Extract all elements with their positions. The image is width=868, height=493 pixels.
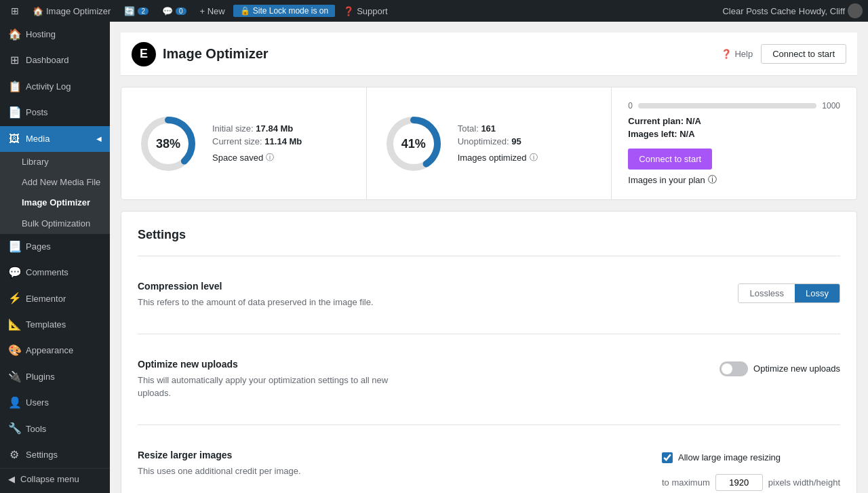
- optimize-uploads-control: Optimize new uploads: [719, 361, 840, 376]
- lossy-button[interactable]: Lossy: [795, 284, 840, 302]
- collapse-icon: ◀: [8, 474, 15, 484]
- space-saved-donut: 38%: [138, 113, 199, 174]
- compression-buttons: Lossless Lossy: [738, 283, 840, 303]
- sidebar-item-pages[interactable]: 📃 Pages: [0, 234, 110, 260]
- page-header: E Image Optimizer ❓ Help Connect to star…: [121, 33, 857, 76]
- site-name-item[interactable]: 🏠 Image Optimizer: [27, 0, 116, 22]
- hosting-icon: 🏠: [8, 27, 20, 42]
- images-optimized-card: 41% Total: 161 Unoptimized: 95 Images op…: [367, 87, 612, 199]
- sidebar-item-appearance[interactable]: 🎨 Appearance: [0, 338, 110, 363]
- images-optimized-caption: Images optimized ⓘ: [458, 152, 595, 163]
- support-item[interactable]: ❓ Support: [338, 0, 393, 22]
- max-pixels-row: to maximum pixels width/height: [662, 474, 840, 491]
- pages-icon: 📃: [8, 239, 20, 254]
- sidebar-item-tools-label: Tools: [26, 423, 46, 435]
- main-content: E Image Optimizer ❓ Help Connect to star…: [110, 22, 868, 493]
- connect-plan-button[interactable]: Connect to start: [628, 149, 712, 170]
- total-val: 161: [481, 123, 496, 134]
- connect-header-button[interactable]: Connect to start: [761, 44, 846, 64]
- layout: 🏠 Hosting ⊞ Dashboard 📋 Activity Log 📄 P…: [0, 22, 868, 493]
- sidebar-item-media[interactable]: 🖼 Media ◀: [0, 126, 110, 152]
- sidebar-item-settings-label: Settings: [26, 449, 58, 461]
- site-lock-button[interactable]: 🔒 Site Lock mode is on: [233, 5, 335, 17]
- resize-images-row: Resize larger images This uses one addit…: [138, 439, 840, 494]
- updates-item[interactable]: 🔄 2: [119, 0, 154, 22]
- sidebar-sub-bulk-optimization[interactable]: Bulk Optimization: [0, 214, 110, 234]
- initial-size-val: 17.84 Mb: [256, 123, 293, 134]
- sidebar-item-templates-label: Templates: [26, 319, 66, 331]
- total-label: Total: 161: [458, 123, 595, 134]
- wp-icon: ⊞: [11, 5, 19, 16]
- optimize-uploads-toggle-label: Optimize new uploads: [753, 363, 840, 374]
- settings-divider-1: [138, 256, 840, 256]
- plan-progress-bar: [638, 103, 816, 109]
- collapse-menu[interactable]: ◀ Collapse menu: [0, 468, 110, 490]
- max-pixels-input[interactable]: [715, 474, 763, 491]
- users-icon: 👤: [8, 395, 20, 410]
- resize-images-description: This uses one additional credit per imag…: [138, 465, 301, 478]
- templates-icon: 📐: [8, 317, 20, 332]
- plan-card: 0 1000 Current plan: N/A Images left: N/…: [612, 87, 856, 199]
- help-button[interactable]: ❓ Help: [721, 49, 753, 59]
- comments-sidebar-icon: 💬: [8, 265, 20, 280]
- plan-progress-row: 0 1000: [628, 101, 840, 111]
- bulk-optimization-label: Bulk Optimization: [22, 218, 90, 230]
- sidebar-item-tools[interactable]: 🔧 Tools: [0, 416, 110, 441]
- dashboard-icon: ⊞: [8, 53, 20, 68]
- sidebar-item-templates[interactable]: 📐 Templates: [0, 312, 110, 338]
- images-optimized-donut: 41%: [383, 113, 444, 174]
- page-header-left: E Image Optimizer: [132, 42, 269, 66]
- current-plan-val: N/A: [686, 116, 701, 126]
- sidebar-sub-add-new[interactable]: Add New Media File: [0, 172, 110, 193]
- posts-icon: 📄: [8, 105, 20, 120]
- compression-label: Compression level This refers to the amo…: [138, 281, 374, 309]
- site-name: Image Optimizer: [46, 6, 111, 16]
- sidebar-item-hosting[interactable]: 🏠 Hosting: [0, 22, 110, 47]
- plan-info-icon: ⓘ: [708, 174, 717, 186]
- sidebar-item-users[interactable]: 👤 Users: [0, 390, 110, 416]
- updates-icon: 🔄: [124, 6, 135, 16]
- space-saved-card: 38% Initial size: 17.84 Mb Current size:…: [121, 87, 367, 199]
- sidebar-item-elementor[interactable]: ⚡ Elementor: [0, 285, 110, 311]
- optimize-uploads-toggle[interactable]: [719, 361, 748, 376]
- resize-checkbox[interactable]: [662, 452, 673, 463]
- help-icon: ❓: [721, 49, 732, 59]
- optimize-uploads-row: Optimize new uploads This will automatic…: [138, 348, 840, 411]
- sidebar-item-elementor-label: Elementor: [26, 293, 66, 305]
- sidebar-item-plugins[interactable]: 🔌 Plugins: [0, 364, 110, 390]
- sidebar-sub-image-optimizer[interactable]: Image Optimizer: [0, 193, 110, 213]
- howdy-text: Howdy, Cliff: [799, 6, 845, 16]
- unoptimized-label: Unoptimized: 95: [458, 136, 595, 146]
- lock-icon: 🔒: [240, 6, 250, 16]
- sidebar-item-activity-log[interactable]: 📋 Activity Log: [0, 74, 110, 100]
- clear-cache-button[interactable]: Clear Posts Cache: [722, 6, 795, 16]
- add-new-label: Add New Media File: [22, 176, 100, 189]
- new-item[interactable]: + New: [195, 0, 231, 22]
- media-icon: 🖼: [8, 132, 20, 146]
- images-optimized-info: Total: 161 Unoptimized: 95 Images optimi…: [458, 123, 595, 163]
- compression-heading: Compression level: [138, 281, 374, 292]
- sidebar-sub-library[interactable]: Library: [0, 152, 110, 172]
- sidebar-item-pages-label: Pages: [26, 241, 51, 253]
- wp-logo[interactable]: ⊞: [5, 0, 24, 22]
- sidebar-item-activity-log-label: Activity Log: [26, 81, 71, 93]
- comments-icon: 💬: [162, 6, 173, 16]
- updates-count: 2: [138, 7, 149, 15]
- sidebar-item-posts[interactable]: 📄 Posts: [0, 100, 110, 125]
- image-optimizer-label: Image Optimizer: [22, 197, 90, 209]
- sidebar-item-dashboard[interactable]: ⊞ Dashboard: [0, 47, 110, 73]
- optimize-uploads-description: This will automatically apply your optim…: [138, 374, 395, 400]
- sidebar-item-comments[interactable]: 💬 Comments: [0, 260, 110, 285]
- sidebar-item-settings[interactable]: ⚙ Settings: [0, 442, 110, 468]
- sidebar-item-comments-label: Comments: [26, 267, 68, 279]
- activity-log-icon: 📋: [8, 79, 20, 94]
- elementor-logo: E: [132, 42, 156, 66]
- home-icon: 🏠: [33, 6, 43, 16]
- settings-section: Settings Compression level This refers t…: [121, 211, 857, 493]
- resize-checkbox-label: Allow large image resizing: [678, 452, 781, 462]
- page-title: Image Optimizer: [163, 46, 269, 62]
- library-label: Library: [22, 156, 49, 168]
- toggle-slider: [719, 361, 748, 376]
- comments-item[interactable]: 💬 0: [157, 0, 192, 22]
- lossless-button[interactable]: Lossless: [738, 284, 795, 302]
